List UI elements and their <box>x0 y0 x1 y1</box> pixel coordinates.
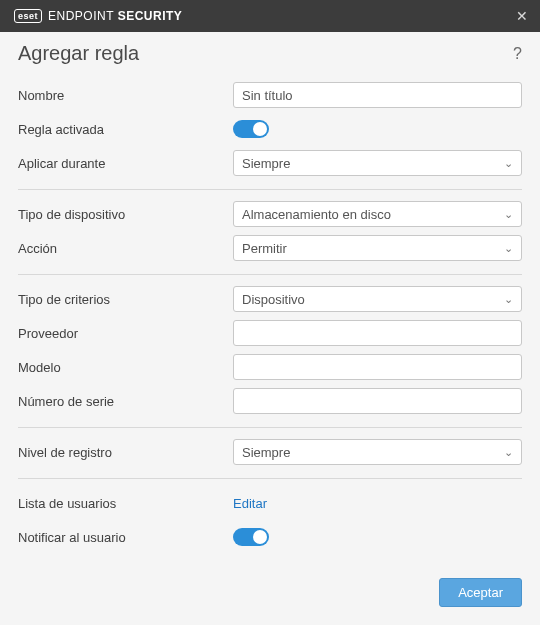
chevron-down-icon: ⌄ <box>504 208 513 221</box>
enabled-toggle[interactable] <box>233 120 269 138</box>
vendor-label: Proveedor <box>18 326 233 341</box>
action-label: Acción <box>18 241 233 256</box>
log-level-value: Siempre <box>242 445 290 460</box>
enabled-label: Regla activada <box>18 122 233 137</box>
criteria-type-label: Tipo de criterios <box>18 292 233 307</box>
chevron-down-icon: ⌄ <box>504 242 513 255</box>
brand-text: ENDPOINT SECURITY <box>48 9 182 23</box>
apply-during-value: Siempre <box>242 156 290 171</box>
serial-label: Número de serie <box>18 394 233 409</box>
vendor-input[interactable] <box>233 320 522 346</box>
name-label: Nombre <box>18 88 233 103</box>
log-level-label: Nivel de registro <box>18 445 233 460</box>
page-title: Agregar regla <box>18 42 139 65</box>
notify-label: Notificar al usuario <box>18 530 233 545</box>
model-input[interactable] <box>233 354 522 380</box>
chevron-down-icon: ⌄ <box>504 293 513 306</box>
titlebar: eset ENDPOINT SECURITY ✕ <box>0 0 540 32</box>
user-list-label: Lista de usuarios <box>18 496 233 511</box>
divider <box>18 478 522 479</box>
device-type-label: Tipo de dispositivo <box>18 207 233 222</box>
action-value: Permitir <box>242 241 287 256</box>
user-list-edit-link[interactable]: Editar <box>233 496 267 511</box>
content-area: Agregar regla ? Nombre Regla activada Ap… <box>0 32 540 553</box>
action-select[interactable]: Permitir ⌄ <box>233 235 522 261</box>
divider <box>18 274 522 275</box>
name-input[interactable] <box>233 82 522 108</box>
brand-logo: eset <box>14 9 42 23</box>
footer: Aceptar <box>439 578 522 607</box>
device-type-select[interactable]: Almacenamiento en disco ⌄ <box>233 201 522 227</box>
notify-toggle[interactable] <box>233 528 269 546</box>
divider <box>18 189 522 190</box>
apply-during-label: Aplicar durante <box>18 156 233 171</box>
accept-button[interactable]: Aceptar <box>439 578 522 607</box>
chevron-down-icon: ⌄ <box>504 446 513 459</box>
chevron-down-icon: ⌄ <box>504 157 513 170</box>
help-icon[interactable]: ? <box>513 45 522 63</box>
apply-during-select[interactable]: Siempre ⌄ <box>233 150 522 176</box>
serial-input[interactable] <box>233 388 522 414</box>
criteria-type-select[interactable]: Dispositivo ⌄ <box>233 286 522 312</box>
divider <box>18 427 522 428</box>
device-type-value: Almacenamiento en disco <box>242 207 391 222</box>
log-level-select[interactable]: Siempre ⌄ <box>233 439 522 465</box>
model-label: Modelo <box>18 360 233 375</box>
brand: eset ENDPOINT SECURITY <box>14 9 182 23</box>
close-icon[interactable]: ✕ <box>516 8 528 24</box>
criteria-type-value: Dispositivo <box>242 292 305 307</box>
